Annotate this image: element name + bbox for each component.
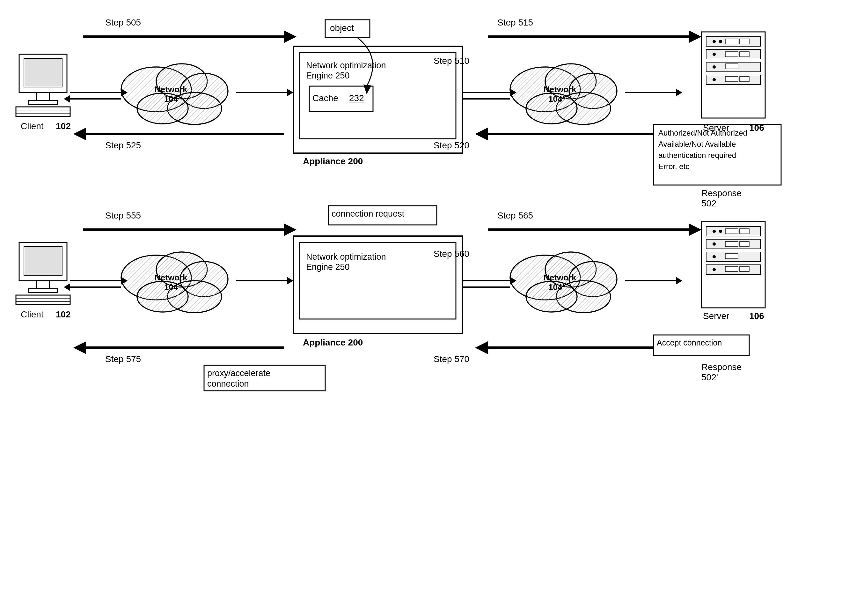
- svg-marker-66: [284, 223, 296, 236]
- engine-top-label1: Network optimization: [306, 61, 386, 70]
- network104-bottom-num: 104: [164, 282, 178, 292]
- svg-marker-1: [284, 30, 296, 43]
- svg-rect-125: [725, 254, 738, 259]
- svg-marker-3: [689, 30, 702, 43]
- svg-rect-43: [29, 100, 57, 104]
- svg-rect-109: [16, 295, 70, 305]
- response502prime-label: Response: [702, 362, 742, 372]
- svg-rect-41: [24, 58, 62, 87]
- svg-point-61: [712, 78, 716, 81]
- svg-marker-7: [475, 128, 488, 140]
- svg-rect-107: [37, 281, 49, 289]
- svg-rect-108: [29, 289, 57, 292]
- svg-rect-57: [740, 52, 749, 57]
- svg-rect-120: [740, 229, 749, 234]
- svg-rect-128: [740, 266, 749, 271]
- response502-label: Response: [702, 188, 742, 198]
- svg-point-123: [712, 242, 716, 246]
- step575-label: Step 575: [105, 354, 141, 364]
- response-line2: Available/Not Available: [658, 140, 736, 149]
- cache-top-label: Cache: [313, 93, 338, 103]
- svg-point-52: [712, 40, 716, 43]
- server-bottom-num: 106: [749, 311, 764, 321]
- svg-rect-62: [725, 76, 738, 82]
- client-top-num: 102: [56, 121, 71, 131]
- svg-marker-70: [73, 342, 86, 354]
- accept-connection-label: Accept connection: [657, 338, 722, 348]
- svg-point-124: [712, 255, 716, 258]
- svg-marker-5: [73, 128, 86, 140]
- svg-point-17: [137, 93, 188, 124]
- svg-marker-88: [64, 283, 70, 291]
- client-bottom-label: Client: [21, 309, 44, 320]
- step525-label: Step 525: [105, 140, 141, 151]
- network104-bottom-label: Network: [155, 273, 188, 283]
- svg-marker-37: [676, 89, 682, 96]
- server-bottom: [702, 222, 765, 308]
- svg-rect-127: [725, 266, 738, 271]
- step570-label: Step 570: [433, 354, 469, 364]
- svg-rect-54: [725, 39, 738, 44]
- step505-label: Step 505: [105, 18, 141, 28]
- svg-point-126: [712, 268, 716, 271]
- svg-point-58: [712, 53, 716, 56]
- network104-top-num: 104: [164, 94, 178, 104]
- response502-num: 502: [702, 198, 716, 209]
- network104prime-top-label: Network: [544, 85, 576, 94]
- engine-bottom-label1: Network optimization: [306, 252, 386, 262]
- client-computer-bottom: [16, 242, 70, 305]
- network104-top-label: Network: [155, 85, 188, 94]
- client-computer-top: [16, 54, 70, 116]
- connection-request-label: connection request: [332, 209, 404, 219]
- step565-label: Step 565: [497, 210, 533, 221]
- svg-marker-86: [287, 277, 293, 285]
- svg-rect-42: [37, 92, 49, 100]
- svg-rect-55: [740, 39, 749, 44]
- svg-marker-72: [475, 342, 488, 354]
- step515-label: Step 515: [497, 18, 533, 28]
- svg-rect-106: [24, 247, 62, 275]
- svg-point-118: [719, 230, 722, 233]
- response-line3: authentication required: [658, 151, 736, 160]
- svg-rect-121: [725, 242, 738, 247]
- engine-top-label2: Engine 250: [306, 71, 350, 81]
- proxy-label2: connection: [207, 379, 249, 389]
- response-line4: Error, etc: [658, 162, 689, 171]
- step555-label: Step 555: [105, 210, 141, 221]
- svg-point-82: [137, 281, 188, 312]
- main-svg: [0, 0, 849, 616]
- appliance-top-label: Appliance 200: [303, 156, 363, 167]
- svg-rect-119: [725, 229, 738, 234]
- svg-rect-122: [740, 242, 749, 247]
- svg-marker-102: [676, 277, 682, 285]
- object-label: object: [330, 23, 354, 33]
- step520-label: Step 520: [433, 140, 469, 151]
- diagram: Step 505 Step 515 Step 510 Step 525 Step…: [0, 0, 849, 616]
- svg-marker-21: [287, 89, 293, 96]
- response502prime-num: 502': [702, 372, 718, 382]
- server-top: [702, 32, 765, 118]
- client-top-label: Client: [21, 121, 44, 131]
- client-bottom-num: 102: [56, 309, 71, 320]
- step560-label: Step 560: [433, 249, 469, 259]
- svg-point-53: [719, 40, 722, 43]
- network104prime-bottom-num: 104': [548, 282, 564, 292]
- network104prime-top-num: 104': [548, 94, 564, 104]
- svg-rect-56: [725, 52, 738, 57]
- server-top-num: 106: [749, 123, 764, 133]
- step510-label: Step 510: [433, 56, 469, 66]
- engine-bottom-label2: Engine 250: [306, 262, 350, 272]
- appliance-bottom-label: Appliance 200: [303, 337, 363, 348]
- cache-top-num: 232: [349, 93, 364, 103]
- svg-rect-44: [16, 107, 70, 116]
- svg-marker-23: [64, 95, 70, 103]
- svg-rect-63: [740, 76, 749, 82]
- server-bottom-label: Server: [703, 311, 729, 321]
- svg-point-117: [712, 230, 716, 233]
- svg-rect-60: [725, 64, 738, 69]
- svg-marker-68: [689, 223, 702, 236]
- response-line1: Authorized/Not Authorized: [658, 128, 747, 137]
- proxy-label1: proxy/accelerate: [207, 368, 270, 378]
- svg-point-59: [712, 66, 716, 69]
- network104prime-bottom-label: Network: [544, 273, 576, 283]
